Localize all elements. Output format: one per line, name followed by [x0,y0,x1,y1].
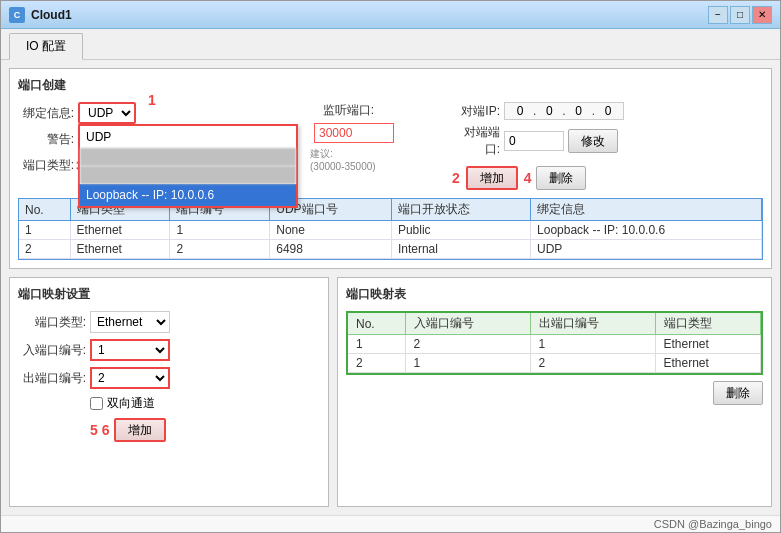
ip-input-group: . . . [504,102,624,120]
out-port-select[interactable]: 2 1 [90,367,170,389]
col-bind: 绑定信息 [531,199,762,221]
port-table-element: No. 端口类型 端口编号 UDP端口号 端口开放状态 绑定信息 1 Ether… [19,199,762,259]
dropdown-item-udp[interactable]: UDP [80,126,296,148]
mapping-table-title: 端口映射表 [346,286,763,303]
cell-udp: None [270,221,392,240]
mapping-type-row: 端口类型: Ethernet [18,311,320,333]
table-row[interactable]: 2 1 2 Ethernet [348,354,761,373]
port-mapping-section: 端口映射设置 端口类型: Ethernet 入端口编号: 1 2 [9,277,329,507]
mt-cell-out: 1 [530,335,655,354]
ip-octet-3[interactable] [568,104,590,118]
mt-cell-no: 1 [348,335,405,354]
listen-port-input[interactable] [314,123,394,143]
mt-cell-in: 2 [405,335,530,354]
mapping-type-label: 端口类型: [18,314,86,331]
bind-info-label: 绑定信息: [18,105,74,122]
in-port-row: 入端口编号: 1 2 [18,339,320,361]
mapping-table-section: 端口映射表 No. 入端口编号 出端口编号 端口类型 [337,277,772,507]
mapping-table-element: No. 入端口编号 出端口编号 端口类型 1 2 1 Ethernet 2 1 … [348,313,761,373]
table-row[interactable]: 2 Ethernet 2 6498 Internal UDP [19,240,762,259]
port-mapping-title: 端口映射设置 [18,286,320,303]
badge-4: 4 [524,170,532,186]
bind-dropdown-container: UDP UDP Loopback -- IP: 10.0.0.6 [78,102,298,124]
action-buttons: 2 增加 4 删除 [452,166,763,190]
title-buttons: − □ ✕ [708,6,772,24]
bind-dropdown-list: UDP Loopback -- IP: 10.0.0.6 [78,124,298,208]
app-icon: C [9,7,25,23]
mapping-table-header: No. 入端口编号 出端口编号 端口类型 [348,313,761,335]
mt-cell-type: Ethernet [655,354,761,373]
middle-form: 监听端口: 建议: (30000-35000) [310,102,440,172]
bidirectional-row: 双向通道 [90,395,320,412]
cell-no: 2 [19,240,70,259]
delete-port-button[interactable]: 删除 [536,166,586,190]
bind-info-select[interactable]: UDP [78,102,136,124]
listen-port-value-row [310,123,440,143]
port-create-title: 端口创建 [18,77,763,94]
cell-status: Public [391,221,530,240]
content-area: 端口创建 1 绑定信息: UDP UDP [1,60,780,515]
port-type-label: 端口类型: [18,157,74,174]
right-form: 对端IP: . . . 对端端口: [452,102,763,190]
bidirectional-label: 双向通道 [107,395,155,412]
remote-ip-label: 对端IP: [452,103,500,120]
dropdown-item-loopback[interactable]: Loopback -- IP: 10.0.0.6 [80,184,296,206]
cell-no: 1 [19,221,70,240]
bottom-row: 端口映射设置 端口类型: Ethernet 入端口编号: 1 2 [9,277,772,507]
title-bar-left: C Cloud1 [9,7,72,23]
window-title: Cloud1 [31,8,72,22]
ip-dot-1: . [533,104,536,118]
mapping-delete-button[interactable]: 删除 [713,381,763,405]
mt-cell-type: Ethernet [655,335,761,354]
maximize-button[interactable]: □ [730,6,750,24]
mt-cell-no: 2 [348,354,405,373]
bind-info-row: 绑定信息: UDP UDP Loopback -- IP: 10.0.0.6 [18,102,298,124]
cell-num: 1 [170,221,270,240]
ip-octet-4[interactable] [597,104,619,118]
remote-port-input[interactable] [504,131,564,151]
tab-io-config[interactable]: IO 配置 [9,33,83,60]
cell-udp: 6498 [270,240,392,259]
ip-octet-2[interactable] [538,104,560,118]
recommend-label: 建议: [310,148,333,159]
footer-text: CSDN @Bazinga_bingo [654,518,772,530]
add-port-button[interactable]: 增加 [466,166,518,190]
mapping-type-select[interactable]: Ethernet [90,311,170,333]
modify-button[interactable]: 修改 [568,129,618,153]
dropdown-item-blur2 [80,166,296,184]
badge-6: 6 [102,422,110,438]
minimize-button[interactable]: − [708,6,728,24]
ip-dot-3: . [592,104,595,118]
port-create-section: 端口创建 1 绑定信息: UDP UDP [9,68,772,269]
ip-octet-1[interactable] [509,104,531,118]
col-no: No. [19,199,70,221]
mapping-delete-row: 删除 [346,381,763,405]
title-bar: C Cloud1 − □ ✕ [1,1,780,29]
main-window: C Cloud1 − □ ✕ IO 配置 端口创建 1 绑定信息: [0,0,781,533]
remote-port-row: 对端端口: 修改 [452,124,763,158]
mt-col-type: 端口类型 [655,313,761,335]
mt-col-in: 入端口编号 [405,313,530,335]
remote-port-label: 对端端口: [452,124,500,158]
remote-ip-row: 对端IP: . . . [452,102,763,120]
mt-cell-in: 1 [405,354,530,373]
cell-type: Ethernet [70,221,170,240]
port-table-body: 1 Ethernet 1 None Public Loopback -- IP:… [19,221,762,259]
mt-cell-out: 2 [530,354,655,373]
table-row[interactable]: 1 Ethernet 1 None Public Loopback -- IP:… [19,221,762,240]
listen-port-label: 监听端口: [310,102,374,119]
table-row[interactable]: 1 2 1 Ethernet [348,335,761,354]
cell-type: Ethernet [70,240,170,259]
in-port-select[interactable]: 1 2 [90,339,170,361]
mt-col-out: 出端口编号 [530,313,655,335]
mapping-add-button[interactable]: 增加 [114,418,166,442]
bidirectional-checkbox[interactable] [90,397,103,410]
ip-dot-2: . [562,104,565,118]
mt-col-no: No. [348,313,405,335]
mapping-form: 端口类型: Ethernet 入端口编号: 1 2 出端口编号: [18,311,320,442]
mapping-table-body: 1 2 1 Ethernet 2 1 2 Ethernet [348,335,761,373]
listen-port-row: 监听端口: [310,102,440,119]
cell-bind: Loopback -- IP: 10.0.0.6 [531,221,762,240]
close-button[interactable]: ✕ [752,6,772,24]
badge-5: 5 [90,422,98,438]
